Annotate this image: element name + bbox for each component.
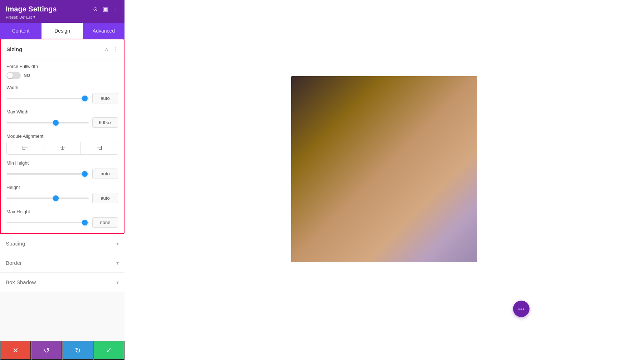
width-slider[interactable] (6, 95, 89, 102)
preset-chevron: ▾ (33, 15, 35, 19)
more-icon[interactable]: ⋮ (113, 6, 119, 13)
align-center-button[interactable] (44, 142, 81, 155)
force-fullwidth-field: Force Fullwidth NO (6, 64, 118, 79)
box-shadow-section[interactable]: Box Shadow ▾ (0, 273, 125, 292)
cancel-button[interactable]: ✕ (0, 341, 31, 360)
sizing-section-title: Sizing (6, 46, 22, 52)
border-title: Border (6, 260, 22, 266)
preset-label: Preset: Default (6, 15, 32, 19)
spacing-title: Spacing (6, 240, 25, 247)
main-content: ●●● (125, 0, 644, 360)
max-width-input[interactable] (92, 117, 118, 128)
align-left-button[interactable] (6, 142, 44, 155)
tab-bar: Content Design Advanced (0, 23, 125, 39)
layout-icon[interactable]: ▣ (103, 6, 108, 13)
save-icon: ✓ (106, 346, 112, 355)
redo-button[interactable]: ↻ (62, 341, 93, 360)
max-width-label: Max Width (6, 109, 118, 115)
force-fullwidth-toggle[interactable] (6, 72, 21, 79)
box-shadow-chevron: ▾ (116, 279, 119, 285)
spacing-section[interactable]: Spacing ▾ (0, 234, 125, 253)
panel-title: Image Settings (6, 5, 57, 13)
module-alignment-label: Module Alignment (6, 133, 118, 139)
save-button[interactable]: ✓ (93, 341, 125, 360)
max-height-label: Max Height (6, 209, 118, 214)
max-height-field: Max Height (6, 209, 118, 228)
header-icons: ⊙ ▣ ⋮ (93, 6, 119, 13)
sidebar: Image Settings ⊙ ▣ ⋮ Preset: Default ▾ C… (0, 0, 125, 360)
min-height-slider[interactable] (6, 170, 89, 177)
align-right-button[interactable] (81, 142, 118, 155)
tab-design[interactable]: Design (42, 23, 83, 39)
svg-rect-2 (23, 146, 23, 150)
max-height-slider[interactable] (6, 219, 89, 226)
force-fullwidth-toggle-label: NO (24, 73, 30, 78)
min-height-label: Min Height (6, 160, 118, 166)
module-alignment-field: Module Alignment (6, 133, 118, 155)
width-input[interactable] (92, 93, 118, 103)
svg-rect-8 (101, 146, 102, 150)
box-shadow-title: Box Shadow (6, 279, 36, 285)
max-width-slider[interactable] (6, 119, 89, 126)
width-field: Width (6, 85, 118, 103)
spacing-chevron: ▾ (116, 241, 119, 247)
preset-selector[interactable]: Preset: Default ▾ (6, 15, 119, 19)
sizing-section: Sizing ∧ ⋮ Force Fullwidth NO Wid (0, 39, 125, 234)
sizing-more-icon[interactable]: ⋮ (112, 46, 118, 53)
tab-content[interactable]: Content (0, 23, 42, 39)
sizing-collapse-icon[interactable]: ∧ (104, 46, 109, 53)
svg-rect-0 (23, 147, 28, 147)
redo-icon: ↻ (75, 346, 81, 355)
sidebar-body: Sizing ∧ ⋮ Force Fullwidth NO Wid (0, 39, 125, 341)
module-alignment-control (6, 142, 118, 155)
height-field: Height (6, 185, 118, 203)
settings-icon[interactable]: ⊙ (93, 6, 98, 13)
height-slider[interactable] (6, 195, 89, 202)
svg-rect-6 (97, 147, 102, 147)
sizing-section-content: Force Fullwidth NO Width (1, 59, 124, 233)
undo-icon: ↺ (44, 346, 50, 355)
sizing-section-header[interactable]: Sizing ∧ ⋮ (1, 39, 124, 59)
svg-rect-5 (62, 146, 63, 150)
width-label: Width (6, 85, 118, 90)
border-chevron: ▾ (116, 260, 119, 266)
bottom-toolbar: ✕ ↺ ↻ ✓ (0, 341, 125, 360)
force-fullwidth-label: Force Fullwidth (6, 64, 118, 69)
undo-button[interactable]: ↺ (31, 341, 62, 360)
fab-icon: ●●● (518, 307, 525, 311)
height-input[interactable] (92, 193, 118, 203)
height-label: Height (6, 185, 118, 190)
preview-image (291, 76, 477, 262)
border-section[interactable]: Border ▾ (0, 253, 125, 273)
max-width-field: Max Width (6, 109, 118, 128)
sidebar-header: Image Settings ⊙ ▣ ⋮ Preset: Default ▾ (0, 0, 125, 23)
cancel-icon: ✕ (13, 346, 19, 355)
force-fullwidth-control: NO (6, 72, 118, 79)
min-height-field: Min Height (6, 160, 118, 179)
min-height-input[interactable] (92, 169, 118, 179)
tab-advanced[interactable]: Advanced (83, 23, 125, 39)
max-height-input[interactable] (92, 217, 118, 228)
fab-button[interactable]: ●●● (513, 301, 530, 317)
